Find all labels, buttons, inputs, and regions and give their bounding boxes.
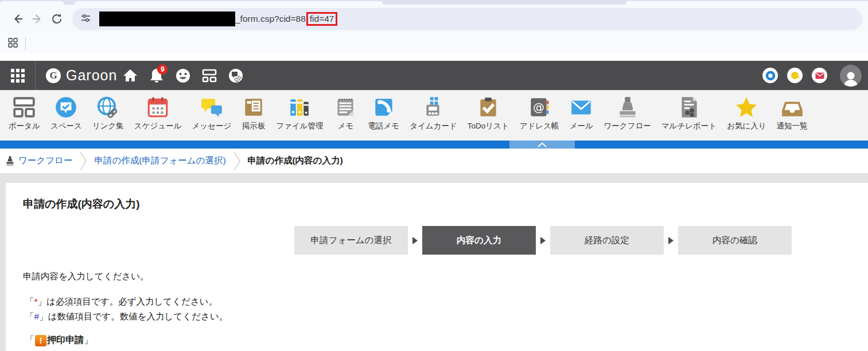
step-arrow-icon <box>668 237 674 244</box>
appbar-item-bulletin[interactable]: 掲示板 <box>236 95 271 131</box>
form-name-line: 「 ! 押印申請 」 <box>25 334 868 346</box>
browser-active-tab[interactable] <box>75 1 383 5</box>
step-4: 内容の確認 <box>678 226 792 255</box>
back-button[interactable] <box>8 9 28 29</box>
appbar-item-label: スペース <box>50 121 82 131</box>
appbar-item-links[interactable]: リンク集 <box>87 95 129 131</box>
garoon-header: G Garoon 9 <box>0 61 868 90</box>
appbar-item-label: リンク集 <box>92 121 124 131</box>
breadcrumb-link[interactable]: ワークフロー <box>18 155 72 167</box>
app-launcher-button[interactable] <box>0 61 36 90</box>
site-info-icon[interactable] <box>80 13 91 26</box>
appbar-item-portal[interactable]: ポータル <box>3 95 45 131</box>
browser-tab-strip <box>0 0 868 5</box>
tab-groups-icon[interactable] <box>7 37 18 50</box>
reaction-smiley-button[interactable] <box>170 61 196 90</box>
phone-memo-icon <box>372 95 396 119</box>
cybozu-service-icon[interactable] <box>762 68 778 83</box>
chat-service-icon[interactable] <box>787 68 803 83</box>
application-menu-bar: ポータルスペースリンク集スケジュールメッセージ掲示板ファイル管理メモ電話メモタイ… <box>0 90 868 141</box>
url-path-text: _form.csp?cid=88 <box>235 14 306 24</box>
appbar-item-space[interactable]: スペース <box>45 95 87 131</box>
url-fid-highlight: fid=47 <box>306 12 338 26</box>
appbar-item-schedule[interactable]: スケジュール <box>129 95 187 131</box>
forward-button[interactable] <box>28 9 47 29</box>
breadcrumb-link[interactable]: 申請の作成(申請フォームの選択) <box>94 155 225 167</box>
appbar-item-message[interactable]: メッセージ <box>186 95 236 131</box>
bracket-open: 「 <box>25 334 34 346</box>
space-globe-button[interactable] <box>223 61 249 90</box>
portal-layout-button[interactable] <box>196 61 223 90</box>
bookmarks-bar <box>0 33 868 54</box>
message-icon <box>200 95 224 119</box>
timecard-icon <box>421 95 445 119</box>
appbar-item-todo[interactable]: ToDoリスト <box>462 95 515 131</box>
address-icon: @ <box>527 95 551 119</box>
svg-text:@: @ <box>533 100 544 114</box>
appbar-item-label: メモ <box>338 121 354 131</box>
appbar-item-favorite[interactable]: お気に入り <box>722 95 771 131</box>
profile-avatar[interactable] <box>840 65 862 87</box>
notification-bell-button[interactable]: 9 <box>143 61 170 90</box>
appbar-item-label: 通知一覧 <box>777 121 808 131</box>
form-name: 押印申請 <box>47 334 84 346</box>
portal-icon <box>12 95 36 119</box>
main-panel: 申請の作成(内容の入力) 申請フォームの選択内容の入力経路の設定内容の確認 申請… <box>6 183 868 351</box>
reload-button[interactable] <box>47 9 67 29</box>
favorite-icon <box>734 95 758 119</box>
step-1: 申請フォームの選択 <box>294 226 408 255</box>
garoon-logo[interactable]: G Garoon <box>46 67 117 84</box>
step-indicator: 申請フォームの選択内容の入力経路の設定内容の確認 <box>294 226 868 255</box>
collapse-menu-button[interactable] <box>509 141 575 149</box>
appbar-item-label: マルチレポート <box>661 121 717 131</box>
breadcrumb-separator-icon <box>80 151 87 171</box>
instruction-text: 申請内容を入力してください。 <box>23 271 868 283</box>
breadcrumb: ワークフロー申請の作成(申請フォームの選択)申請の作成(内容の入力) <box>0 149 868 174</box>
appbar-item-notification[interactable]: 通知一覧 <box>772 95 813 131</box>
window-gap <box>0 54 868 61</box>
home-button[interactable] <box>117 61 143 90</box>
page-title: 申請の作成(内容の入力) <box>23 197 868 212</box>
appbar-item-timecard[interactable]: タイムカード <box>404 95 462 131</box>
appbar-item-label: 電話メモ <box>368 121 399 131</box>
mail-service-icon[interactable] <box>812 68 827 83</box>
appbar-item-address[interactable]: @アドレス帳 <box>515 95 565 131</box>
appbar-item-label: スケジュール <box>134 121 182 131</box>
space-icon <box>54 95 78 119</box>
appbar-item-cabinet[interactable]: ファイル管理 <box>271 95 328 131</box>
garoon-logo-text: Garoon <box>66 67 117 84</box>
bookmarks-divider <box>25 37 26 50</box>
memo-icon <box>333 95 357 119</box>
note-symbol: # <box>34 311 40 321</box>
bulletin-icon <box>242 95 266 119</box>
appbar-item-label: ポータル <box>9 121 40 131</box>
appbar-item-label: メール <box>570 121 593 131</box>
appbar-item-multireport[interactable]: マルチレポート <box>656 95 722 131</box>
step-3: 経路の設定 <box>550 226 664 255</box>
field-notes: 「*」は必須項目です。必ず入力してください。「#」は数値項目です。数値を入力して… <box>25 294 868 324</box>
schedule-icon <box>146 95 170 119</box>
links-icon <box>96 95 120 119</box>
appbar-item-label: メッセージ <box>192 121 231 131</box>
appbar-item-mail[interactable]: メール <box>564 95 598 131</box>
appbar-item-memo[interactable]: メモ <box>328 95 363 131</box>
todo-icon <box>476 95 500 119</box>
url-bar[interactable]: _form.csp?cid=88fid=47 <box>72 8 862 30</box>
field-note: 「*」は必須項目です。必ず入力してください。 <box>25 294 868 309</box>
accent-bar <box>0 141 868 149</box>
breadcrumb-current: 申請の作成(内容の入力) <box>248 155 343 167</box>
cabinet-icon <box>287 95 312 119</box>
mail-icon <box>569 95 593 119</box>
step-2-active: 内容の入力 <box>422 226 536 255</box>
appbar-item-label: ワークフロー <box>604 121 651 131</box>
chevron-up-icon <box>537 139 547 150</box>
appbar-item-label: アドレス帳 <box>520 121 559 131</box>
field-note: 「#」は数値項目です。数値を入力してください。 <box>25 309 868 324</box>
garoon-logo-mark: G <box>46 68 61 83</box>
step-arrow-icon <box>540 237 546 244</box>
appbar-item-phonemessage[interactable]: 電話メモ <box>363 95 404 131</box>
notification-count-badge: 9 <box>157 64 168 75</box>
appbar-item-workflow[interactable]: ワークフロー <box>598 95 656 131</box>
step-arrow-icon <box>412 237 418 244</box>
breadcrumb-separator-icon <box>233 151 240 171</box>
